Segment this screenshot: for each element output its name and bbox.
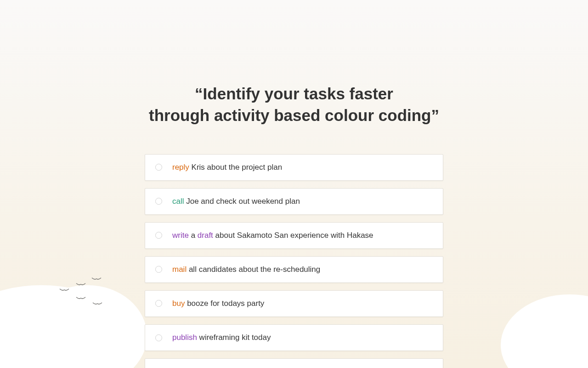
task-card[interactable]: mail all candidates about the re-schedul…: [145, 256, 443, 283]
task-card[interactable]: call Joe and check out weekend plan: [145, 188, 443, 215]
task-text: call Joe and check out weekend plan: [172, 196, 300, 207]
task-keyword: publish: [172, 333, 197, 342]
task-keyword: reply: [172, 163, 189, 172]
task-card[interactable]: book tickets for today's movie: [145, 358, 443, 368]
task-checkbox[interactable]: [155, 334, 162, 341]
task-checkbox[interactable]: [155, 300, 162, 307]
task-checkbox[interactable]: [155, 232, 162, 239]
task-checkbox[interactable]: [155, 198, 162, 205]
task-card[interactable]: publish wireframing kit today: [145, 324, 443, 351]
task-text-part: wireframing kit today: [197, 333, 271, 342]
heading-line-1: “Identify your tasks faster: [195, 85, 393, 103]
task-checkbox[interactable]: [155, 266, 162, 273]
task-card[interactable]: write a draft about Sakamoto San experie…: [145, 222, 443, 249]
task-keyword: mail: [172, 265, 187, 274]
task-text-part: about Sakamoto San experience with Hakas…: [213, 231, 373, 240]
task-text-part: Joe and check out weekend plan: [184, 197, 300, 206]
task-checkbox[interactable]: [155, 164, 162, 171]
task-text: write a draft about Sakamoto San experie…: [172, 230, 373, 241]
task-card[interactable]: buy booze for todays party: [145, 290, 443, 317]
task-text: reply Kris about the project plan: [172, 162, 282, 172]
task-text-part: a: [189, 231, 198, 240]
task-keyword: write: [172, 231, 189, 240]
task-text: mail all candidates about the re-schedul…: [172, 264, 320, 275]
task-card[interactable]: reply Kris about the project plan: [145, 154, 443, 181]
task-text-part: Kris about the project plan: [189, 163, 282, 172]
heading-line-2: through activity based colour coding”: [149, 106, 439, 124]
task-keyword: draft: [198, 231, 213, 240]
task-list: reply Kris about the project plancall Jo…: [145, 154, 443, 368]
task-keyword: call: [172, 197, 184, 206]
task-keyword: buy: [172, 299, 185, 308]
task-text-part: booze for todays party: [185, 299, 264, 308]
task-text: publish wireframing kit today: [172, 333, 271, 343]
page-heading: “Identify your tasks faster through acti…: [0, 83, 588, 126]
task-text: buy booze for todays party: [172, 299, 264, 309]
task-text-part: all candidates about the re-scheduling: [187, 265, 320, 274]
